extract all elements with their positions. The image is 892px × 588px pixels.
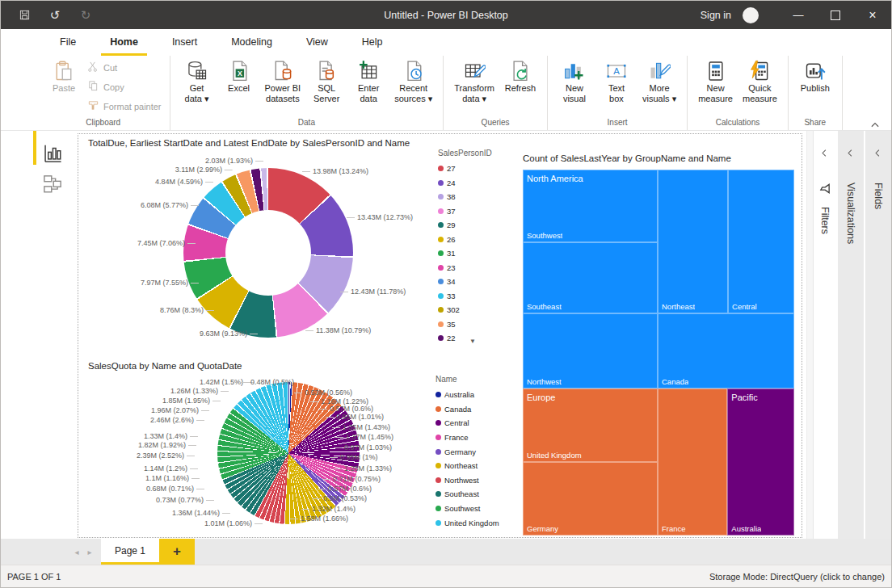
pie-legend-item-australia[interactable]: Australia xyxy=(435,388,516,402)
pie-legend-item-united-kingdom[interactable]: United Kingdom xyxy=(435,515,516,530)
collapse-ribbon-button[interactable] xyxy=(870,117,883,127)
pie-legend-item-france[interactable]: France xyxy=(435,430,516,445)
expand-visualizations-icon[interactable] xyxy=(846,147,856,158)
visualizations-pane[interactable]: Visualizations xyxy=(836,131,864,539)
menu-tab-home[interactable]: Home xyxy=(101,29,147,56)
titlebar: ↺ ↻ Untitled - Power BI Desktop Sign in … xyxy=(1,1,891,29)
pie-legend-item-canada[interactable]: Canada xyxy=(435,402,516,417)
sql-server-button[interactable]: SQLServer xyxy=(308,57,345,106)
undo-icon[interactable]: ↺ xyxy=(48,8,62,23)
donut-legend-item-31[interactable]: 31 xyxy=(438,246,515,261)
pie-data-label: 1.1M (1.16%) xyxy=(145,474,189,482)
treemap-cell-southeast[interactable]: Southeast xyxy=(523,242,658,313)
treemap-cell-france[interactable]: France xyxy=(658,388,727,536)
donut-legend-item-33[interactable]: 33 xyxy=(438,289,515,304)
sign-in-button[interactable]: Sign in xyxy=(701,10,731,21)
more-visuals-button[interactable]: Morevisuals ▾ xyxy=(640,57,679,106)
canvas-scrollbar[interactable] xyxy=(806,131,813,539)
maximize-button[interactable] xyxy=(817,1,854,29)
pie-legend-item-southwest[interactable]: Southwest xyxy=(435,502,516,516)
legend-dot xyxy=(438,279,444,284)
enter-data-button[interactable]: Enterdata xyxy=(350,57,387,106)
account-avatar[interactable] xyxy=(743,7,759,23)
enter-data-button-label-2: data xyxy=(360,94,377,104)
filters-pane[interactable]: Filters xyxy=(813,131,836,539)
donut-legend-item-302[interactable]: 302 xyxy=(438,303,515,317)
menu-tab-insert[interactable]: Insert xyxy=(163,29,206,56)
new-measure-button[interactable]: Newmeasure xyxy=(696,57,735,106)
pie-legend-item-central[interactable]: Central xyxy=(435,416,516,430)
refresh-button[interactable]: Refresh xyxy=(502,57,539,95)
excel-button[interactable]: XExcel xyxy=(221,57,258,95)
donut-hole xyxy=(225,210,311,296)
legend-dot xyxy=(435,420,441,426)
treemap-cell-germany[interactable]: Germany xyxy=(523,462,658,536)
donut-legend-item-24[interactable]: 24 xyxy=(438,176,515,191)
treemap-cell-central[interactable]: Central xyxy=(728,170,794,313)
expand-fields-icon[interactable] xyxy=(873,147,883,158)
treemap-cell-northeast[interactable]: Northeast xyxy=(658,170,728,313)
close-button[interactable]: × xyxy=(854,1,891,29)
save-icon[interactable] xyxy=(17,8,32,23)
donut-legend-item-27[interactable]: 27 xyxy=(438,162,515,176)
publish-icon xyxy=(804,59,827,83)
text-box-button[interactable]: ATextbox xyxy=(598,57,635,106)
new-page-button[interactable]: + xyxy=(159,539,195,565)
menu-tab-modeling[interactable]: Modeling xyxy=(222,29,281,56)
publish-button-label: Publish xyxy=(801,83,830,94)
legend-more-icon[interactable]: ▼ xyxy=(469,338,476,345)
pie-legend-item-northeast[interactable]: Northeast xyxy=(435,459,516,473)
filter-funnel-icon xyxy=(819,183,831,195)
transform-data-button[interactable]: Transformdata ▾ xyxy=(452,57,497,106)
fields-pane[interactable]: Fields xyxy=(864,131,891,539)
donut-chart[interactable] xyxy=(183,168,353,338)
power-bi-datasets-button[interactable]: Power BIdatasets xyxy=(263,57,304,106)
transform-data-button-label: Transform xyxy=(454,83,494,94)
pie-data-label: 0.73M (0.77%) xyxy=(156,496,204,504)
report-view-button[interactable] xyxy=(42,143,63,164)
legend-dot xyxy=(438,250,444,256)
quick-measure-button[interactable]: Quickmeasure xyxy=(740,57,780,106)
donut-legend-item-26[interactable]: 26 xyxy=(438,233,515,247)
pie-legend-item-southeast[interactable]: Southeast xyxy=(435,487,516,502)
donut-legend-item-29[interactable]: 29 xyxy=(438,218,515,233)
donut-legend-item-22[interactable]: 22 xyxy=(438,331,515,346)
treemap-cell-northwest[interactable]: Northwest xyxy=(523,313,658,388)
minimize-button[interactable]: — xyxy=(780,1,817,29)
treemap-cell-canada[interactable]: Canada xyxy=(658,313,794,388)
active-view-indicator xyxy=(33,131,36,165)
menu-tab-help[interactable]: Help xyxy=(353,29,392,56)
ribbon-group-label-share: Share xyxy=(797,117,834,130)
report-page[interactable]: TotalDue, Earliest StartDate and Latest … xyxy=(78,133,802,538)
copy-icon xyxy=(87,80,99,94)
treemap-cell-united-kingdom[interactable]: United Kingdom xyxy=(523,388,658,462)
publish-button[interactable]: Publish xyxy=(797,57,834,95)
donut-legend-item-37[interactable]: 37 xyxy=(438,204,515,219)
treemap-cell-australia[interactable]: Australia xyxy=(727,388,794,536)
legend-dot xyxy=(438,208,444,214)
pie-legend-item-germany[interactable]: Germany xyxy=(435,444,516,459)
donut-legend-item-34[interactable]: 34 xyxy=(438,275,515,289)
donut-data-label: 4.84M (4.59%) xyxy=(155,178,203,186)
donut-legend-item-23[interactable]: 23 xyxy=(438,261,515,275)
menu-tab-view[interactable]: View xyxy=(297,29,337,56)
treemap-cell-southwest[interactable]: Southwest xyxy=(523,170,658,242)
page-tab[interactable]: Page 1 xyxy=(101,539,159,565)
pie-data-label: 1.85M (1.95%) xyxy=(162,397,210,405)
pie-legend-item-northwest[interactable]: Northwest xyxy=(435,473,516,488)
storage-mode[interactable]: Storage Mode: DirectQuery (click to chan… xyxy=(709,572,885,582)
model-view-button[interactable] xyxy=(42,174,63,195)
new-visual-button[interactable]: Newvisual xyxy=(556,57,593,106)
expand-filters-icon[interactable] xyxy=(820,147,830,158)
pie-data-label: 0.5M (0.53%) xyxy=(323,494,367,502)
donut-legend-item-35[interactable]: 35 xyxy=(438,317,515,332)
copy-button: Copy xyxy=(87,80,162,94)
legend-dot xyxy=(438,293,444,299)
get-data-button[interactable]: Getdata ▾ xyxy=(179,57,216,106)
menu-tab-file[interactable]: File xyxy=(51,29,85,56)
treemap-cell-label: Northwest xyxy=(527,377,562,386)
donut-legend-item-38[interactable]: 38 xyxy=(438,190,515,204)
recent-sources-button[interactable]: Recentsources ▾ xyxy=(392,57,435,106)
get-data-icon xyxy=(186,59,208,83)
page-navigation-bar: ◂ ▸ Page 1 + xyxy=(1,539,891,565)
